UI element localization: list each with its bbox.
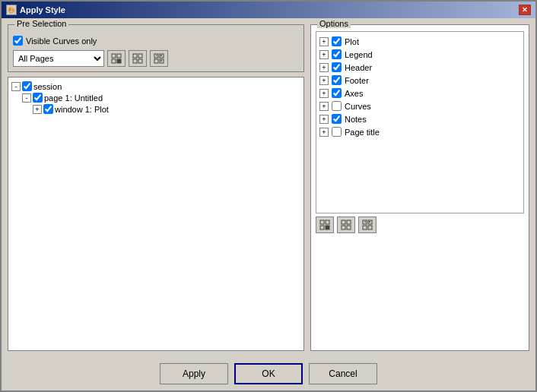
title-bar-left: 🎨 Apply Style (6, 5, 65, 15)
ok-button[interactable]: OK (234, 363, 303, 384)
visible-curves-checkbox[interactable] (13, 36, 23, 46)
expand-btn[interactable] (150, 50, 168, 67)
notes-expand[interactable]: + (319, 115, 329, 124)
options-select-all-btn[interactable] (316, 217, 334, 233)
options-expand-btn[interactable] (358, 217, 377, 233)
svg-rect-18 (326, 220, 329, 224)
svg-rect-20 (326, 226, 329, 229)
legend-label: Legend (345, 50, 373, 59)
options-list: + Plot + Legend + (316, 31, 524, 213)
session-label: session (33, 82, 62, 91)
legend-expand[interactable]: + (319, 50, 329, 59)
svg-rect-21 (342, 220, 345, 224)
axes-label: Axes (345, 89, 363, 98)
apply-style-window: 🎨 Apply Style ✕ Pre Selection Visible Cu… (0, 0, 537, 392)
options-deselect-icon (341, 220, 351, 230)
main-content: Pre Selection Visible Curves only All Pa… (2, 18, 535, 357)
options-item-footer: + Footer (319, 74, 520, 87)
deselect-btn[interactable] (129, 50, 147, 67)
svg-rect-24 (347, 226, 351, 229)
right-panel-inner: Options + Plot + Legend (310, 24, 529, 351)
axes-expand[interactable]: + (319, 89, 329, 98)
session-expand[interactable]: - (11, 82, 21, 91)
pages-dropdown[interactable]: All Pages Current Page Selected Pages (13, 50, 104, 67)
tree-item-session[interactable]: - session (11, 81, 300, 92)
options-select-all-icon (319, 220, 330, 230)
curves-expand[interactable]: + (319, 102, 329, 111)
plot-expand[interactable]: + (319, 37, 329, 46)
notes-label: Notes (345, 115, 367, 124)
bottom-bar: Apply OK Cancel (2, 357, 535, 390)
right-panel: Options + Plot + Legend (310, 24, 529, 351)
tree-box[interactable]: - session - page 1: Untitled + window 1:… (8, 77, 304, 351)
svg-rect-19 (320, 226, 324, 229)
page1-label: page 1: Untitled (44, 93, 103, 103)
options-item-page-title: + Page title (319, 125, 520, 138)
header-expand[interactable]: + (319, 63, 329, 72)
svg-rect-23 (342, 226, 345, 229)
options-deselect-btn[interactable] (337, 217, 355, 233)
title-bar: 🎨 Apply Style ✕ (2, 2, 535, 18)
options-item-legend: + Legend (319, 48, 520, 61)
options-group: Options + Plot + Legend (310, 24, 529, 351)
page-title-label: Page title (345, 128, 380, 137)
apply-button[interactable]: Apply (160, 363, 228, 384)
tree-item-page1[interactable]: - page 1: Untitled (22, 92, 300, 103)
window-icon: 🎨 (6, 5, 17, 15)
svg-rect-5 (138, 54, 142, 58)
visible-curves-row: Visible Curves only (13, 36, 299, 46)
window1-checkbox[interactable] (43, 104, 53, 114)
select-all-btn[interactable] (107, 50, 126, 67)
svg-rect-4 (133, 54, 137, 58)
pre-selection-group: Pre Selection Visible Curves only All Pa… (8, 24, 304, 72)
footer-checkbox[interactable] (332, 75, 342, 85)
cancel-button[interactable]: Cancel (309, 363, 377, 384)
options-item-curves: + Curves (319, 100, 520, 112)
svg-rect-13 (154, 59, 158, 63)
select-all-icon (111, 53, 122, 64)
plot-label: Plot (345, 37, 359, 46)
svg-rect-2 (112, 59, 116, 63)
left-panel: Pre Selection Visible Curves only All Pa… (8, 24, 304, 351)
svg-rect-22 (347, 220, 351, 224)
header-label: Header (345, 63, 372, 72)
expand-icon (154, 53, 164, 64)
page1-expand[interactable]: - (22, 93, 31, 103)
window1-expand[interactable]: + (33, 105, 42, 114)
svg-rect-7 (138, 59, 142, 63)
tree-item-window1[interactable]: + window 1: Plot (33, 103, 300, 115)
deselect-icon (132, 53, 143, 64)
footer-label: Footer (345, 76, 369, 85)
svg-rect-31 (368, 226, 372, 229)
legend-checkbox[interactable] (332, 49, 342, 59)
options-item-plot: + Plot (319, 35, 520, 48)
svg-rect-6 (133, 59, 137, 63)
pre-selection-title: Pre Selection (14, 19, 68, 28)
options-item-notes: + Notes (319, 112, 520, 125)
svg-rect-1 (117, 54, 121, 58)
svg-rect-3 (117, 59, 121, 63)
session-checkbox[interactable] (22, 81, 32, 91)
notes-checkbox[interactable] (332, 114, 342, 124)
axes-checkbox[interactable] (332, 88, 342, 98)
window-title: Apply Style (20, 5, 65, 14)
svg-rect-17 (320, 220, 324, 224)
plot-checkbox[interactable] (332, 36, 342, 46)
options-item-axes: + Axes (319, 87, 520, 100)
footer-expand[interactable]: + (319, 76, 329, 85)
page-title-checkbox[interactable] (332, 127, 342, 137)
curves-label: Curves (345, 102, 371, 111)
options-item-header: + Header (319, 61, 520, 74)
header-checkbox[interactable] (332, 62, 342, 72)
svg-rect-0 (112, 54, 116, 58)
visible-curves-label: Visible Curves only (26, 36, 97, 46)
svg-rect-30 (363, 226, 367, 229)
page-title-expand[interactable]: + (319, 128, 329, 137)
page1-checkbox[interactable] (33, 93, 43, 103)
options-expand-icon (362, 220, 373, 230)
options-buttons (316, 217, 524, 233)
options-title: Options (317, 19, 351, 28)
close-button[interactable]: ✕ (519, 5, 531, 15)
dropdown-row: All Pages Current Page Selected Pages (13, 50, 299, 67)
curves-checkbox[interactable] (332, 101, 342, 111)
